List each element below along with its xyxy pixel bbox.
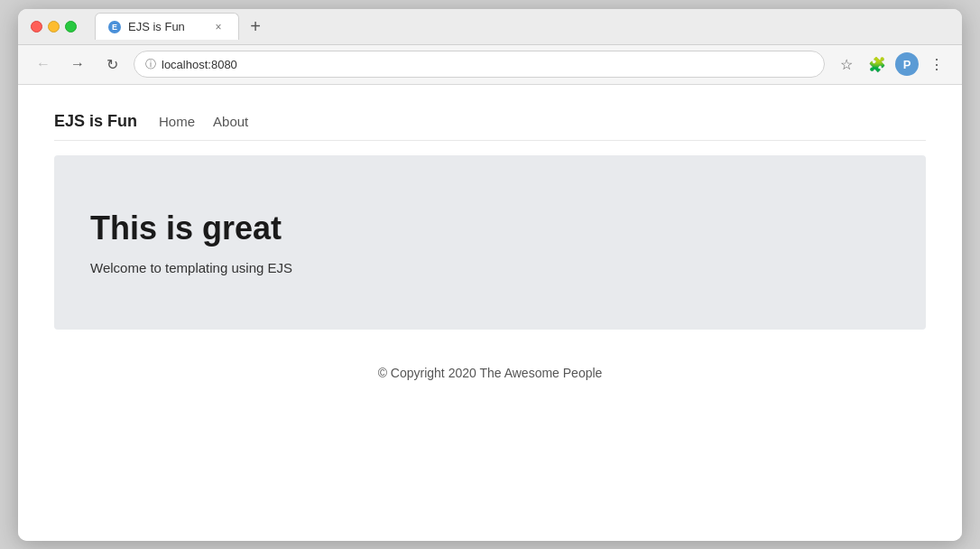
minimize-button[interactable] (48, 21, 60, 33)
hero-subtitle: Welcome to templating using EJS (90, 260, 890, 275)
title-bar: E EJS is Fun × + (18, 9, 962, 45)
browser-window: E EJS is Fun × + ← → ↻ ⓘ localhost:8080 … (18, 9, 962, 541)
address-text: localhost:8080 (162, 58, 237, 71)
bookmark-button[interactable]: ☆ (834, 51, 859, 77)
app-brand: EJS is Fun (54, 112, 137, 131)
hero-title: This is great (90, 209, 890, 247)
navigation-bar: ← → ↻ ⓘ localhost:8080 ☆ 🧩 P ⋮ (18, 45, 962, 85)
app-nav-links: Home About (159, 114, 248, 129)
maximize-button[interactable] (65, 21, 77, 33)
app-navbar: EJS is Fun Home About (54, 103, 926, 141)
nav-actions: ☆ 🧩 P ⋮ (834, 51, 949, 77)
tab-close-button[interactable]: × (211, 20, 226, 34)
tab-title: EJS is Fun (128, 20, 204, 33)
traffic-lights (31, 21, 77, 33)
tab-bar: E EJS is Fun × + (95, 13, 949, 40)
extensions-button[interactable]: 🧩 (864, 51, 890, 77)
tab-favicon: E (108, 21, 121, 33)
browser-tab[interactable]: E EJS is Fun × (95, 13, 239, 40)
forward-button[interactable]: → (65, 51, 90, 77)
nav-link-home[interactable]: Home (159, 114, 195, 129)
page-content: EJS is Fun Home About This is great Welc… (18, 85, 962, 541)
lock-icon: ⓘ (145, 57, 156, 72)
back-button[interactable]: ← (31, 51, 56, 77)
profile-icon[interactable]: P (895, 52, 919, 76)
page-footer: © Copyright 2020 The Awesome People (54, 348, 926, 398)
new-tab-button[interactable]: + (243, 14, 268, 39)
menu-button[interactable]: ⋮ (924, 51, 949, 77)
address-bar[interactable]: ⓘ localhost:8080 (134, 51, 825, 78)
nav-link-about[interactable]: About (213, 114, 248, 129)
reload-button[interactable]: ↻ (99, 51, 125, 77)
close-button[interactable] (31, 21, 42, 33)
hero-section: This is great Welcome to templating usin… (54, 155, 926, 330)
